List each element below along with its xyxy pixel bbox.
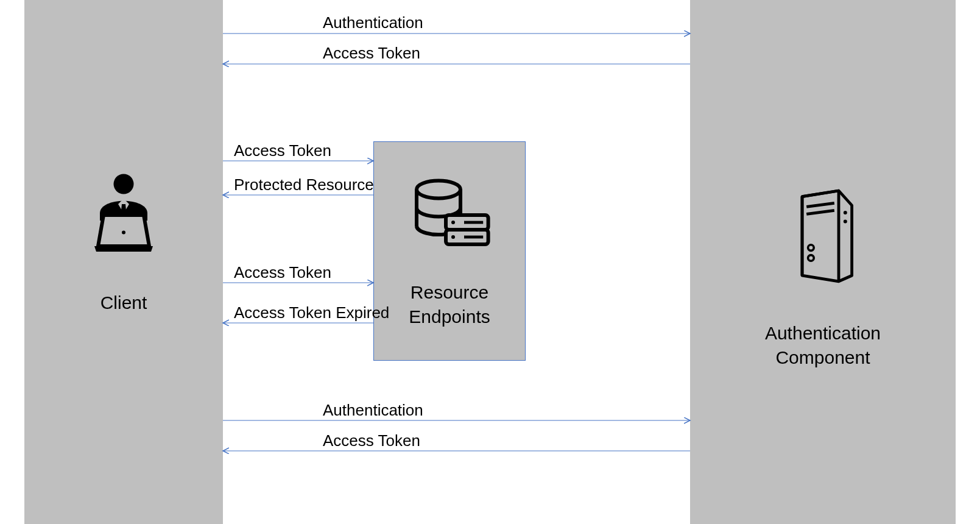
arrow-label-access-token-3: Access Token	[234, 263, 331, 282]
arrow-label-authentication-2: Authentication	[323, 401, 423, 420]
arrows-layer	[0, 0, 980, 524]
arrow-label-access-token-1: Access Token	[323, 44, 420, 63]
arrow-label-access-token-4: Access Token	[323, 431, 420, 450]
arrow-label-access-token-2: Access Token	[234, 141, 331, 160]
diagram-stage: Client Authentication Component	[0, 0, 980, 524]
arrow-label-access-token-expired: Access Token Expired	[234, 303, 389, 322]
arrow-label-protected-resource: Protected Resource	[234, 175, 374, 194]
arrow-label-authentication-1: Authentication	[323, 13, 423, 32]
